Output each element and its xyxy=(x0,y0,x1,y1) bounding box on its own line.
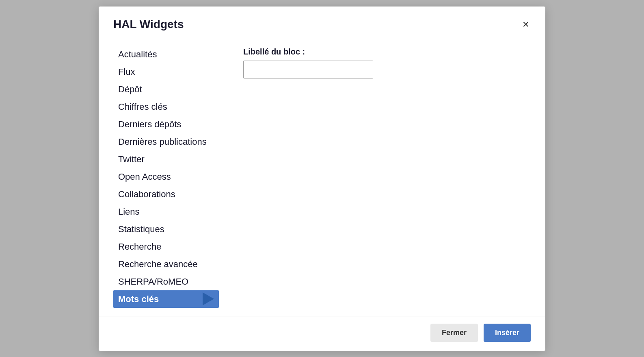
widget-item-collaborations[interactable]: Collaborations xyxy=(113,185,219,203)
form-section: Libellé du bloc : xyxy=(243,46,531,308)
fermer-button[interactable]: Fermer xyxy=(430,324,478,342)
widget-item-dernieres-publications[interactable]: Dernières publications xyxy=(113,133,219,150)
widget-item-recherche[interactable]: Recherche xyxy=(113,238,219,255)
widget-item-mots-cles[interactable]: Mots clés xyxy=(113,290,219,308)
modal-title: HAL Widgets xyxy=(113,18,184,31)
modal-dialog: HAL Widgets × ActualitésFluxDépôtChiffre… xyxy=(99,7,545,351)
widget-item-twitter[interactable]: Twitter xyxy=(113,150,219,168)
close-button[interactable]: × xyxy=(521,19,531,30)
widget-item-liens[interactable]: Liens xyxy=(113,203,219,220)
widget-item-derniers-depots[interactable]: Derniers dépôts xyxy=(113,115,219,133)
widget-item-chiffres-cles[interactable]: Chiffres clés xyxy=(113,98,219,115)
widget-list: ActualitésFluxDépôtChiffres clésDerniers… xyxy=(113,46,219,308)
widget-item-actualites[interactable]: Actualités xyxy=(113,46,219,63)
widget-item-sherpa-romeo[interactable]: SHERPA/RoMEO xyxy=(113,273,219,290)
widget-item-open-access[interactable]: Open Access xyxy=(113,168,219,185)
widget-item-flux[interactable]: Flux xyxy=(113,63,219,81)
modal-header: HAL Widgets × xyxy=(99,7,545,37)
inserer-button[interactable]: Insérer xyxy=(484,324,531,342)
modal-footer: Fermer Insérer xyxy=(99,316,545,351)
widget-item-depot[interactable]: Dépôt xyxy=(113,81,219,98)
form-label: Libellé du bloc : xyxy=(243,47,531,57)
libelle-input[interactable] xyxy=(243,61,373,78)
widget-item-recherche-avancee[interactable]: Recherche avancée xyxy=(113,255,219,273)
modal-body: ActualitésFluxDépôtChiffres clésDerniers… xyxy=(99,37,545,308)
widget-item-statistiques[interactable]: Statistiques xyxy=(113,220,219,238)
modal-overlay: HAL Widgets × ActualitésFluxDépôtChiffre… xyxy=(0,0,644,357)
